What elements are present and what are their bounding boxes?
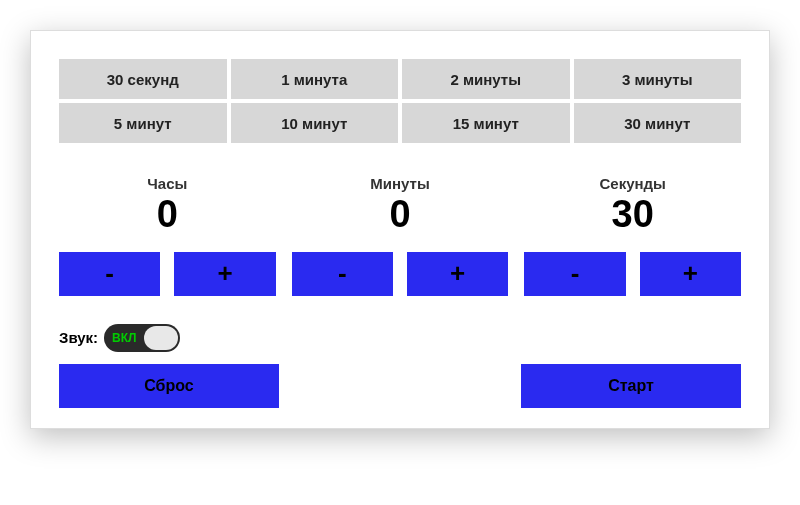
hours-label: Часы [59,175,276,192]
action-row: Сброс Старт [59,364,741,408]
minutes-display: Минуты 0 [292,165,509,244]
sound-state: ВКЛ [112,331,136,345]
hours-value: 0 [59,194,276,236]
toggle-knob [144,326,178,350]
reset-button[interactable]: Сброс [59,364,279,408]
hours-unit: Часы 0 - + [59,165,276,296]
minutes-value: 0 [292,194,509,236]
start-button[interactable]: Старт [521,364,741,408]
sound-row: Звук: ВКЛ [59,324,741,352]
preset-grid: 30 секунд 1 минута 2 минуты 3 минуты 5 м… [59,59,741,143]
seconds-minus-button[interactable]: - [524,252,625,296]
units-grid: Часы 0 - + Минуты 0 - + Секунды 30 [59,165,741,296]
minutes-label: Минуты [292,175,509,192]
sound-toggle[interactable]: ВКЛ [104,324,180,352]
timer-card: 30 секунд 1 минута 2 минуты 3 минуты 5 м… [30,30,770,429]
minutes-plus-button[interactable]: + [407,252,508,296]
seconds-label: Секунды [524,175,741,192]
hours-display: Часы 0 [59,165,276,244]
preset-3m[interactable]: 3 минуты [574,59,742,99]
preset-1m[interactable]: 1 минута [231,59,399,99]
minutes-minus-button[interactable]: - [292,252,393,296]
hours-minus-button[interactable]: - [59,252,160,296]
seconds-plus-button[interactable]: + [640,252,741,296]
seconds-display: Секунды 30 [524,165,741,244]
seconds-value: 30 [524,194,741,236]
seconds-unit: Секунды 30 - + [524,165,741,296]
preset-5m[interactable]: 5 минут [59,103,227,143]
preset-15m[interactable]: 15 минут [402,103,570,143]
preset-10m[interactable]: 10 минут [231,103,399,143]
sound-label: Звук: [59,329,98,346]
hours-plus-button[interactable]: + [174,252,275,296]
minutes-unit: Минуты 0 - + [292,165,509,296]
preset-30s[interactable]: 30 секунд [59,59,227,99]
preset-2m[interactable]: 2 минуты [402,59,570,99]
preset-30m[interactable]: 30 минут [574,103,742,143]
